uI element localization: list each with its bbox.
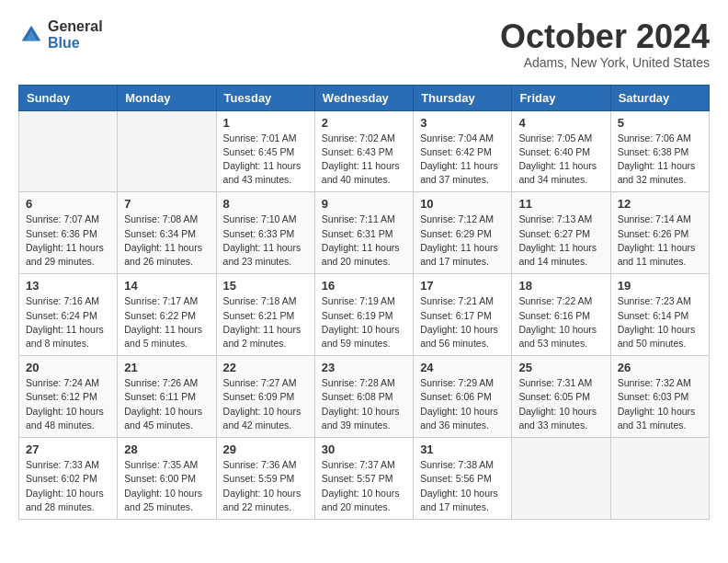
logo: General Blue [18,18,103,51]
calendar-cell: 3Sunrise: 7:04 AM Sunset: 6:42 PM Daylig… [414,110,512,192]
weekday-header: Monday [118,85,216,110]
day-number: 25 [518,361,603,374]
day-detail: Sunrise: 7:22 AM Sunset: 6:16 PM Dayligh… [518,294,603,350]
calendar-cell: 30Sunrise: 7:37 AM Sunset: 5:57 PM Dayli… [314,438,413,520]
day-detail: Sunrise: 7:01 AM Sunset: 6:45 PM Dayligh… [223,132,308,188]
day-number: 26 [618,361,702,374]
calendar-cell: 31Sunrise: 7:38 AM Sunset: 5:56 PM Dayli… [414,438,512,520]
weekday-header: Wednesday [314,85,413,110]
day-detail: Sunrise: 7:38 AM Sunset: 5:56 PM Dayligh… [420,458,505,514]
calendar-cell: 15Sunrise: 7:18 AM Sunset: 6:21 PM Dayli… [216,274,314,356]
logo-icon [18,22,44,48]
day-number: 27 [26,442,110,456]
day-detail: Sunrise: 7:04 AM Sunset: 6:42 PM Dayligh… [420,132,505,188]
calendar-cell: 11Sunrise: 7:13 AM Sunset: 6:27 PM Dayli… [512,192,610,274]
weekday-header: Thursday [414,85,512,110]
month-title: October 2024 [500,18,710,55]
calendar-header-row: SundayMondayTuesdayWednesdayThursdayFrid… [19,85,710,110]
day-number: 20 [26,361,110,374]
day-detail: Sunrise: 7:21 AM Sunset: 6:17 PM Dayligh… [420,294,505,350]
day-detail: Sunrise: 7:11 AM Sunset: 6:31 PM Dayligh… [322,213,406,269]
day-number: 19 [618,279,702,293]
calendar-cell: 28Sunrise: 7:35 AM Sunset: 6:00 PM Dayli… [118,438,216,520]
day-detail: Sunrise: 7:35 AM Sunset: 6:00 PM Dayligh… [124,458,209,514]
calendar-cell: 16Sunrise: 7:19 AM Sunset: 6:19 PM Dayli… [314,274,413,356]
day-detail: Sunrise: 7:08 AM Sunset: 6:34 PM Dayligh… [124,213,209,269]
day-detail: Sunrise: 7:06 AM Sunset: 6:38 PM Dayligh… [618,132,702,188]
day-number: 21 [124,361,209,374]
calendar-cell: 10Sunrise: 7:12 AM Sunset: 6:29 PM Dayli… [414,192,512,274]
calendar-cell: 23Sunrise: 7:28 AM Sunset: 6:08 PM Dayli… [314,356,413,438]
calendar-cell: 21Sunrise: 7:26 AM Sunset: 6:11 PM Dayli… [118,356,216,438]
day-number: 29 [223,442,308,456]
day-number: 22 [223,361,308,374]
day-detail: Sunrise: 7:33 AM Sunset: 6:02 PM Dayligh… [26,458,110,514]
calendar-cell [19,110,118,192]
calendar-cell: 8Sunrise: 7:10 AM Sunset: 6:33 PM Daylig… [216,192,314,274]
day-number: 18 [518,279,603,293]
day-number: 23 [322,361,406,374]
calendar-cell: 12Sunrise: 7:14 AM Sunset: 6:26 PM Dayli… [610,192,709,274]
calendar-cell: 14Sunrise: 7:17 AM Sunset: 6:22 PM Dayli… [118,274,216,356]
day-detail: Sunrise: 7:12 AM Sunset: 6:29 PM Dayligh… [420,213,505,269]
calendar-week-row: 27Sunrise: 7:33 AM Sunset: 6:02 PM Dayli… [19,438,710,520]
day-number: 15 [223,279,308,293]
calendar-cell: 19Sunrise: 7:23 AM Sunset: 6:14 PM Dayli… [610,274,709,356]
calendar-cell [512,438,610,520]
day-detail: Sunrise: 7:14 AM Sunset: 6:26 PM Dayligh… [618,213,702,269]
weekday-header: Tuesday [216,85,314,110]
calendar-cell: 4Sunrise: 7:05 AM Sunset: 6:40 PM Daylig… [512,110,610,192]
day-detail: Sunrise: 7:23 AM Sunset: 6:14 PM Dayligh… [618,294,702,350]
day-number: 7 [124,197,209,211]
day-detail: Sunrise: 7:26 AM Sunset: 6:11 PM Dayligh… [124,376,209,432]
day-number: 14 [124,279,209,293]
calendar-cell: 29Sunrise: 7:36 AM Sunset: 5:59 PM Dayli… [216,438,314,520]
calendar-week-row: 1Sunrise: 7:01 AM Sunset: 6:45 PM Daylig… [19,110,710,192]
logo-general: General [48,18,103,35]
day-number: 6 [26,197,110,211]
calendar-cell: 9Sunrise: 7:11 AM Sunset: 6:31 PM Daylig… [314,192,413,274]
calendar-cell: 17Sunrise: 7:21 AM Sunset: 6:17 PM Dayli… [414,274,512,356]
calendar-cell: 2Sunrise: 7:02 AM Sunset: 6:43 PM Daylig… [314,110,413,192]
location: Adams, New York, United States [500,55,710,70]
calendar-week-row: 20Sunrise: 7:24 AM Sunset: 6:12 PM Dayli… [19,356,710,438]
day-number: 13 [26,279,110,293]
day-detail: Sunrise: 7:19 AM Sunset: 6:19 PM Dayligh… [322,294,406,350]
calendar-cell: 5Sunrise: 7:06 AM Sunset: 6:38 PM Daylig… [610,110,709,192]
logo-text: General Blue [48,18,103,51]
day-number: 5 [618,116,702,130]
day-number: 17 [420,279,505,293]
calendar-week-row: 13Sunrise: 7:16 AM Sunset: 6:24 PM Dayli… [19,274,710,356]
day-number: 3 [420,116,505,130]
day-detail: Sunrise: 7:16 AM Sunset: 6:24 PM Dayligh… [26,294,110,350]
page-header: General Blue October 2024 Adams, New Yor… [18,18,710,70]
day-number: 30 [322,442,406,456]
day-detail: Sunrise: 7:13 AM Sunset: 6:27 PM Dayligh… [518,213,603,269]
calendar-table: SundayMondayTuesdayWednesdayThursdayFrid… [18,85,710,520]
day-detail: Sunrise: 7:17 AM Sunset: 6:22 PM Dayligh… [124,294,209,350]
calendar-cell [610,438,709,520]
calendar-cell: 13Sunrise: 7:16 AM Sunset: 6:24 PM Dayli… [19,274,118,356]
day-number: 11 [518,197,603,211]
calendar-cell [118,110,216,192]
day-number: 24 [420,361,505,374]
weekday-header: Friday [512,85,610,110]
weekday-header: Saturday [610,85,709,110]
weekday-header: Sunday [19,85,118,110]
day-detail: Sunrise: 7:02 AM Sunset: 6:43 PM Dayligh… [322,132,406,188]
calendar-cell: 7Sunrise: 7:08 AM Sunset: 6:34 PM Daylig… [118,192,216,274]
calendar-cell: 20Sunrise: 7:24 AM Sunset: 6:12 PM Dayli… [19,356,118,438]
day-number: 31 [420,442,505,456]
day-detail: Sunrise: 7:18 AM Sunset: 6:21 PM Dayligh… [223,294,308,350]
calendar-cell: 24Sunrise: 7:29 AM Sunset: 6:06 PM Dayli… [414,356,512,438]
day-number: 4 [518,116,603,130]
calendar-cell: 25Sunrise: 7:31 AM Sunset: 6:05 PM Dayli… [512,356,610,438]
calendar-cell: 22Sunrise: 7:27 AM Sunset: 6:09 PM Dayli… [216,356,314,438]
day-number: 2 [322,116,406,130]
day-number: 1 [223,116,308,130]
logo-blue: Blue [48,35,103,52]
day-detail: Sunrise: 7:29 AM Sunset: 6:06 PM Dayligh… [420,376,505,432]
calendar-cell: 27Sunrise: 7:33 AM Sunset: 6:02 PM Dayli… [19,438,118,520]
day-detail: Sunrise: 7:10 AM Sunset: 6:33 PM Dayligh… [223,213,308,269]
day-number: 16 [322,279,406,293]
